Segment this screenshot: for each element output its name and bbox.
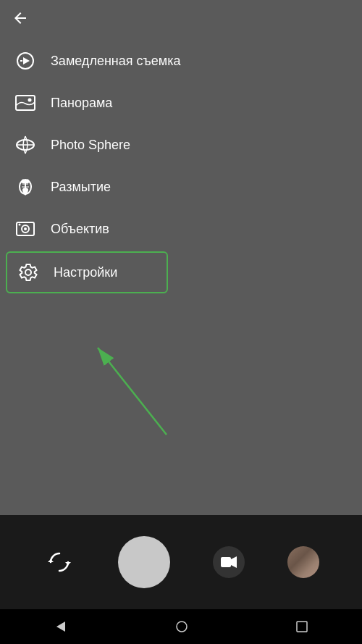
top-bar xyxy=(0,0,362,40)
menu-item-blur-label: Размытие xyxy=(51,180,111,195)
menu-item-lens-label: Объектив xyxy=(51,222,109,237)
nav-home-button[interactable] xyxy=(176,621,188,632)
blur-icon xyxy=(14,176,36,198)
menu-item-blur[interactable]: Размытие xyxy=(0,166,174,208)
panorama-icon xyxy=(14,92,36,114)
menu-list: Замедленная съемка Панорама xyxy=(0,40,174,295)
svg-line-13 xyxy=(98,348,167,435)
shutter-button[interactable] xyxy=(118,536,170,588)
slow-motion-icon xyxy=(14,50,36,72)
photo-sphere-icon xyxy=(14,134,36,156)
svg-point-4 xyxy=(28,99,32,102)
menu-item-panorama-label: Панорама xyxy=(51,96,112,111)
nav-back-button[interactable] xyxy=(54,619,68,634)
nav-recents-button[interactable] xyxy=(295,620,308,633)
screen: Замедленная съемка Панорама xyxy=(0,0,362,644)
menu-item-settings[interactable]: Настройки xyxy=(6,251,168,293)
menu-item-photo-sphere[interactable]: Photo Sphere xyxy=(0,124,174,166)
menu-item-photo-sphere-label: Photo Sphere xyxy=(51,138,130,153)
back-button[interactable] xyxy=(12,9,29,31)
bottom-bar xyxy=(0,515,362,609)
svg-point-11 xyxy=(25,269,31,275)
svg-marker-17 xyxy=(231,556,237,568)
svg-marker-15 xyxy=(65,562,71,565)
menu-item-slow-motion[interactable]: Замедленная съемка xyxy=(0,40,174,82)
svg-marker-14 xyxy=(48,559,54,562)
camera-area: Замедленная съемка Панорама xyxy=(0,0,362,515)
nav-bar xyxy=(0,609,362,644)
gallery-button[interactable] xyxy=(287,546,319,578)
svg-point-19 xyxy=(177,622,187,632)
svg-rect-20 xyxy=(297,622,307,632)
menu-item-slow-motion-label: Замедленная съемка xyxy=(51,54,180,69)
svg-marker-18 xyxy=(56,622,65,632)
svg-point-9 xyxy=(24,227,27,230)
menu-item-settings-label: Настройки xyxy=(54,265,117,280)
rotate-button[interactable] xyxy=(43,546,75,578)
svg-point-10 xyxy=(19,224,21,226)
menu-item-lens[interactable]: Объектив xyxy=(0,208,174,250)
lens-icon xyxy=(14,218,36,240)
pointer-arrow xyxy=(72,311,217,456)
bottom-controls xyxy=(22,536,340,588)
video-button[interactable] xyxy=(213,546,245,578)
settings-icon xyxy=(17,262,39,283)
svg-rect-16 xyxy=(221,557,231,567)
menu-item-panorama[interactable]: Панорама xyxy=(0,82,174,124)
svg-marker-1 xyxy=(23,57,30,64)
